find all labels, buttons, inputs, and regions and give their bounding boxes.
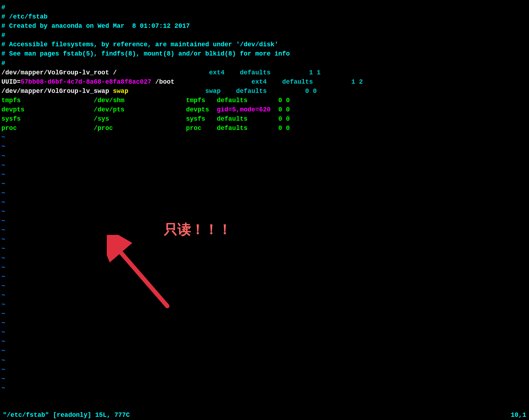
status-right: 10,1 — [511, 411, 526, 419]
tilde-23: ~ — [1, 337, 528, 346]
tilde-18: ~ — [1, 291, 528, 300]
tilde-16: ~ — [1, 272, 528, 282]
tilde-1: ~ — [1, 133, 528, 142]
tilde-10: ~ — [1, 216, 528, 226]
tilde-5: ~ — [1, 170, 528, 179]
line-created-by: # Created by anaconda on Wed Mar 8 01:07… — [1, 21, 528, 31]
tilde-7: ~ — [1, 189, 528, 198]
line-hash3: # — [1, 59, 528, 68]
line-uuid-boot: UUID=57bb08-d6bf-4c7d-8a68-e8fa8f8ac027 … — [1, 77, 528, 86]
line-accessible: # Accessible filesystems, by reference, … — [1, 40, 528, 49]
terminal-window: # # /etc/fstab # Created by anaconda on … — [0, 0, 529, 420]
line-hash1: # — [1, 3, 528, 12]
line-fstab-header: # /etc/fstab — [1, 12, 528, 21]
tilde-27: ~ — [1, 374, 528, 384]
tilde-4: ~ — [1, 161, 528, 170]
tilde-25: ~ — [1, 356, 528, 365]
tilde-2: ~ — [1, 142, 528, 151]
line-see-man: # See man pages fstab(5), findfs(8), mou… — [1, 49, 528, 58]
tilde-17: ~ — [1, 282, 528, 291]
tilde-15: ~ — [1, 263, 528, 272]
status-left: "/etc/fstab" [readonly] 15L, 777C — [3, 411, 130, 419]
tilde-14: ~ — [1, 254, 528, 263]
tilde-20: ~ — [1, 309, 528, 319]
line-sysfs: sysfs /sys sysfs defaults 0 0 — [1, 114, 528, 124]
line-lv-swap: /dev/mapper/VolGroup-lv_swap swap swap d… — [1, 86, 528, 96]
tilde-13: ~ — [1, 244, 528, 253]
tilde-3: ~ — [1, 152, 528, 161]
tilde-19: ~ — [1, 300, 528, 309]
tilde-24: ~ — [1, 346, 528, 356]
tilde-22: ~ — [1, 328, 528, 337]
line-hash2: # — [1, 31, 528, 40]
line-devpts: devpts /dev/pts devpts gid=5,mode=620 0 … — [1, 105, 528, 114]
tilde-28: ~ — [1, 384, 528, 393]
tilde-11: ~ — [1, 226, 528, 235]
tilde-26: ~ — [1, 365, 528, 374]
line-proc: proc /proc proc defaults 0 0 — [1, 124, 528, 133]
tilde-8: ~ — [1, 198, 528, 207]
line-tmpfs: tmpfs /dev/shm tmpfs defaults 0 0 — [1, 96, 528, 105]
tilde-12: ~ — [1, 235, 528, 244]
status-bar: "/etc/fstab" [readonly] 15L, 777C 10,1 — [0, 410, 529, 420]
tilde-21: ~ — [1, 319, 528, 328]
tilde-6: ~ — [1, 179, 528, 189]
tilde-9: ~ — [1, 207, 528, 216]
line-lv-root: /dev/mapper/VolGroup-lv_root / ext4 defa… — [1, 68, 528, 77]
